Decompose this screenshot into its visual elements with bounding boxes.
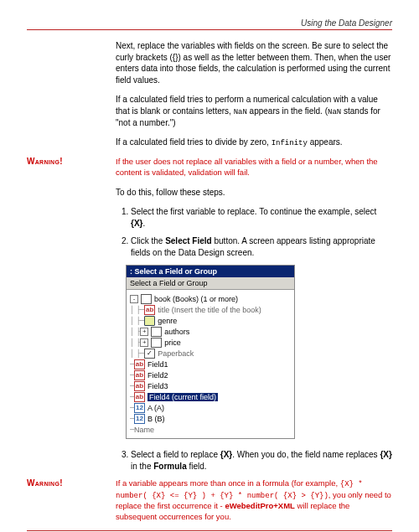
12-icon: 12 bbox=[134, 403, 145, 413]
12-icon: 12 bbox=[134, 414, 145, 424]
tree-item[interactable]: │ ├─genre bbox=[130, 315, 292, 326]
tree-item[interactable]: -book (Books) (1 or more) bbox=[130, 293, 292, 304]
tree-item-label: Paperback bbox=[158, 349, 194, 358]
nan-literal: NaN bbox=[234, 108, 247, 116]
tree-item-label: Field2 bbox=[147, 371, 168, 380]
dialog-subtitle: Select a Field or Group bbox=[127, 277, 294, 290]
paragraph-nan: If a calculated field tries to perform a… bbox=[116, 94, 392, 128]
warning-2: Warning! If a variable appears more than… bbox=[27, 478, 392, 522]
steps-list: Select the first variable to replace. To… bbox=[116, 206, 392, 258]
tree-item[interactable]: ─12B (B) bbox=[130, 413, 292, 424]
steps-list-cont: Select a field to replace {X}. When you … bbox=[116, 449, 392, 472]
expand-icon[interactable]: + bbox=[140, 328, 148, 336]
tag-icon bbox=[144, 316, 155, 326]
tree-item[interactable]: │ ├+price bbox=[130, 337, 292, 348]
tree-item-label: genre bbox=[158, 317, 177, 325]
step-1: Select the first variable to replace. To… bbox=[131, 206, 392, 229]
warning-label: Warning! bbox=[27, 157, 116, 166]
ab-icon: ab bbox=[134, 359, 145, 369]
tree-item[interactable]: ─Name bbox=[130, 424, 292, 435]
ab-icon: ab bbox=[134, 370, 145, 380]
warning-text: If a variable appears more than once in … bbox=[116, 478, 392, 522]
tree-item[interactable]: │ ├─✓Paperback bbox=[130, 348, 292, 359]
tree-item[interactable]: ─abField4 (current field) bbox=[130, 391, 292, 402]
collapse-icon[interactable]: - bbox=[130, 295, 138, 303]
tree-item-label: authors bbox=[164, 328, 189, 336]
tree-item-label: B (B) bbox=[147, 415, 165, 423]
tree-item-label: Name bbox=[134, 426, 154, 434]
page-icon bbox=[151, 338, 162, 348]
chk-icon: ✓ bbox=[144, 349, 155, 359]
tree-item-label: Field3 bbox=[147, 382, 168, 390]
select-field-dialog: : Select a Field or Group Select a Field… bbox=[126, 265, 295, 439]
warning-text: If the user does not replace all variabl… bbox=[116, 157, 392, 178]
tree-item[interactable]: ─abField1 bbox=[130, 359, 292, 369]
tree-item[interactable]: ─12A (A) bbox=[130, 402, 292, 413]
paragraph-intro: Next, replace the variables with fields … bbox=[116, 40, 392, 85]
tree-item-label: title (Insert the title of the book) bbox=[158, 306, 261, 314]
tree-item[interactable]: │ ├─abtitle (Insert the title of the boo… bbox=[130, 304, 292, 315]
step-3: Select a field to replace {X}. When you … bbox=[131, 449, 392, 472]
header-divider bbox=[27, 29, 392, 30]
ab-icon: ab bbox=[134, 381, 145, 391]
tree-item-label: Field1 bbox=[147, 360, 168, 369]
ab-icon: ab bbox=[144, 305, 155, 315]
tree-item-label: Field4 (current field) bbox=[147, 393, 218, 401]
infinity-literal: Infinity bbox=[272, 139, 308, 147]
warning-label: Warning! bbox=[27, 478, 116, 488]
paragraph-infinity: If a calculated field tries to divide by… bbox=[116, 137, 392, 148]
tree-item[interactable]: ─abField2 bbox=[130, 369, 292, 380]
footer-divider bbox=[27, 530, 392, 531]
step-2: Click the Select Field button. A screen … bbox=[131, 235, 392, 258]
expand-icon[interactable]: + bbox=[140, 338, 148, 347]
tree-item-label: A (A) bbox=[147, 404, 164, 412]
paragraph-follow-steps: To do this, follow these steps. bbox=[116, 187, 392, 199]
tree-item-label: price bbox=[164, 338, 181, 347]
page-icon bbox=[141, 294, 152, 304]
page-header-title: Using the Data Designer bbox=[27, 18, 392, 28]
tree-item[interactable]: ─abField3 bbox=[130, 380, 292, 391]
page-icon bbox=[151, 327, 162, 337]
dialog-titlebar: : Select a Field or Group bbox=[127, 266, 294, 277]
field-tree[interactable]: -book (Books) (1 or more)│ ├─abtitle (In… bbox=[127, 290, 294, 438]
tree-item[interactable]: │ ├+authors bbox=[130, 326, 292, 337]
ab-icon: ab bbox=[134, 392, 145, 402]
tree-item-label: book (Books) (1 or more) bbox=[154, 295, 238, 303]
warning-1: Warning! If the user does not replace al… bbox=[27, 157, 392, 178]
